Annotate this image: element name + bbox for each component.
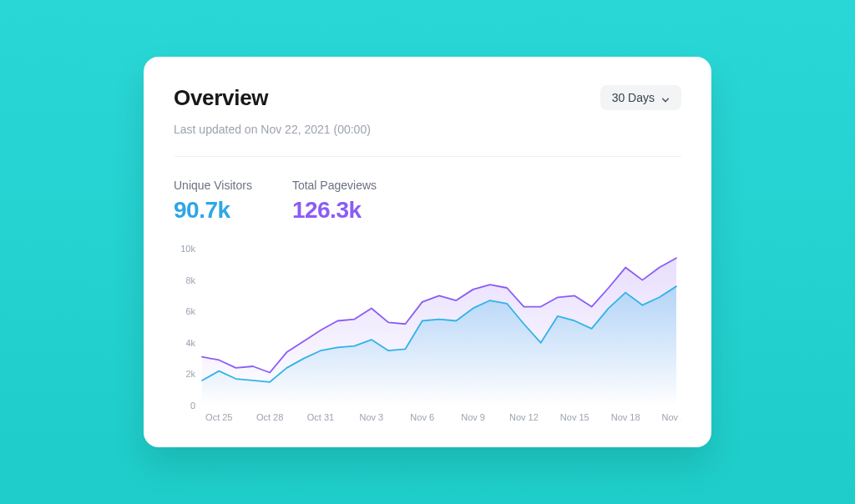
- analytics-chart: 02k4k6k8k10kOct 25Oct 28Oct 31Nov 3Nov 6…: [174, 244, 681, 427]
- date-range-selector[interactable]: 30 Days: [600, 85, 681, 110]
- divider: [174, 156, 681, 157]
- svg-text:0: 0: [190, 401, 195, 411]
- stats-row: Unique Visitors 90.7k Total Pageviews 12…: [174, 179, 681, 224]
- svg-text:Oct 31: Oct 31: [307, 412, 334, 422]
- svg-text:Nov 21: Nov 21: [662, 412, 681, 422]
- stat-label: Total Pageviews: [292, 179, 377, 192]
- svg-text:Nov 15: Nov 15: [560, 412, 589, 422]
- svg-text:Nov 18: Nov 18: [611, 412, 640, 422]
- stat-total-pageviews: Total Pageviews 126.3k: [292, 179, 377, 224]
- svg-text:Oct 28: Oct 28: [256, 412, 283, 422]
- svg-text:8k: 8k: [185, 275, 195, 285]
- stat-unique-visitors: Unique Visitors 90.7k: [174, 179, 252, 224]
- svg-text:4k: 4k: [185, 338, 195, 348]
- date-range-label: 30 Days: [612, 91, 655, 104]
- svg-text:Nov 12: Nov 12: [509, 412, 539, 422]
- svg-text:Nov 9: Nov 9: [461, 412, 485, 422]
- svg-text:Nov 6: Nov 6: [410, 412, 434, 422]
- svg-text:10k: 10k: [180, 244, 195, 254]
- card-header: Overview 30 Days: [174, 85, 681, 111]
- svg-text:Oct 25: Oct 25: [205, 412, 232, 422]
- stat-value: 90.7k: [174, 197, 252, 224]
- overview-card: Overview 30 Days Last updated on Nov 22,…: [144, 57, 711, 447]
- chevron-down-icon: [661, 93, 670, 102]
- svg-text:2k: 2k: [185, 369, 195, 379]
- chart-svg: 02k4k6k8k10kOct 25Oct 28Oct 31Nov 3Nov 6…: [174, 244, 681, 427]
- stat-value: 126.3k: [292, 197, 377, 224]
- svg-text:6k: 6k: [185, 306, 195, 316]
- svg-text:Nov 3: Nov 3: [359, 412, 383, 422]
- last-updated-text: Last updated on Nov 22, 2021 (00:00): [174, 123, 681, 136]
- stat-label: Unique Visitors: [174, 179, 252, 192]
- page-title: Overview: [174, 85, 268, 111]
